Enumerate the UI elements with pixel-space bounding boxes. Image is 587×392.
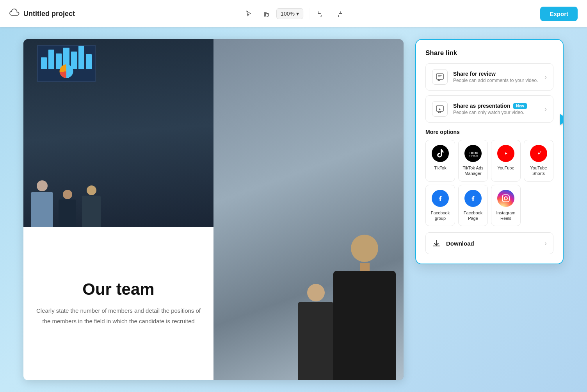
svg-text:TikTok:: TikTok: — [469, 151, 478, 154]
cursor-pointer — [560, 114, 564, 125]
social-item-facebook-group[interactable]: Facebook group — [425, 185, 455, 226]
tiktok-ads-label: TikTok Ads Manager — [462, 165, 484, 176]
fg-person-head — [351, 235, 378, 262]
svg-rect-7 — [502, 195, 509, 202]
share-review-icon — [432, 69, 448, 85]
right-bg — [213, 39, 404, 380]
instagram-icon — [497, 190, 514, 207]
share-review-title: Share for review — [453, 71, 539, 77]
social-item-youtube[interactable]: YouTube — [491, 140, 521, 182]
slide-image — [23, 39, 213, 227]
fg-person-neck — [360, 263, 370, 271]
zoom-chevron: ▾ — [296, 11, 299, 17]
people-row — [23, 180, 213, 227]
slide-desc-text: Clearly state the number of members and … — [33, 305, 204, 326]
fg-person — [333, 235, 396, 380]
person-2-body — [59, 200, 76, 227]
facebook-group-label: Facebook group — [429, 210, 452, 221]
chart-bar-5 — [71, 52, 77, 69]
bg-person-head — [307, 284, 325, 301]
main-area: Our team Clearly state the number of mem… — [0, 27, 587, 392]
share-for-review-card[interactable]: Share for review People can add comments… — [425, 63, 553, 91]
person-3-body — [82, 196, 101, 227]
person-2 — [59, 190, 76, 227]
social-grid-row1: TikTok TikTok: For Business TikTok Ads M… — [425, 140, 553, 182]
hand-tool-button[interactable] — [259, 8, 272, 20]
svg-rect-0 — [436, 74, 443, 79]
download-label: Download — [446, 240, 539, 247]
svg-rect-1 — [436, 106, 443, 111]
slide-main-title: Our team — [82, 280, 154, 298]
social-item-instagram-reels[interactable]: Instagram Reels — [491, 185, 521, 226]
bg-person-body — [298, 302, 333, 380]
share-presentation-card[interactable]: Share as presentation New People can onl… — [425, 95, 553, 123]
tiktok-label: TikTok — [434, 165, 446, 171]
header-center: 100% ▾ — [242, 8, 345, 20]
chart-bar-1 — [41, 57, 47, 69]
export-button[interactable]: Export — [540, 7, 578, 21]
chart-bar-2 — [48, 50, 54, 69]
facebook-group-icon — [432, 190, 449, 207]
cursor-triangle — [560, 114, 564, 125]
zoom-value: 100% — [281, 11, 295, 17]
header: Untitled project 100% ▾ — [0, 0, 587, 27]
download-chevron: › — [544, 239, 547, 248]
fg-person-body — [333, 271, 396, 380]
zoom-selector[interactable]: 100% ▾ — [276, 8, 303, 19]
bg-person — [298, 284, 333, 380]
share-presentation-desc: People can only watch your video. — [453, 110, 539, 115]
share-presentation-chevron: › — [544, 105, 547, 113]
tiktok-icon — [432, 145, 449, 162]
share-panel-title: Share link — [425, 49, 553, 57]
svg-point-8 — [504, 197, 507, 200]
person-3-head — [87, 185, 96, 195]
youtube-icon — [497, 145, 514, 162]
cloud-icon — [9, 8, 20, 19]
person-1-body — [31, 192, 53, 227]
chart-bar-6 — [78, 46, 84, 69]
person-1-head — [37, 180, 48, 191]
person-1 — [31, 180, 53, 227]
share-review-desc: People can add comments to your video. — [453, 78, 539, 83]
undo-button[interactable] — [315, 8, 328, 20]
svg-point-9 — [508, 196, 509, 196]
social-item-tiktok-ads[interactable]: TikTok: For Business TikTok Ads Manager — [458, 140, 488, 182]
share-review-chevron: › — [544, 73, 547, 81]
tiktok-ads-icon: TikTok: For Business — [464, 145, 482, 162]
instagram-reels-label: Instagram Reels — [495, 210, 517, 221]
share-review-text: Share for review People can add comments… — [453, 71, 539, 83]
youtube-label: YouTube — [497, 165, 514, 171]
social-grid-row2: Facebook group Facebook Page — [425, 185, 553, 226]
share-presentation-title: Share as presentation New — [453, 103, 539, 109]
slide-right — [213, 39, 404, 380]
facebook-page-icon — [464, 190, 482, 207]
slide-left: Our team Clearly state the number of mem… — [23, 39, 213, 380]
youtube-shorts-icon — [530, 145, 547, 162]
header-divider — [309, 8, 309, 20]
more-options-title: More options — [425, 129, 553, 135]
chart-bar-7 — [86, 54, 92, 69]
slide-container: Our team Clearly state the number of mem… — [23, 39, 404, 380]
social-item-facebook-page[interactable]: Facebook Page — [458, 185, 488, 226]
svg-text:For Business: For Business — [469, 155, 478, 157]
person-3 — [82, 185, 101, 227]
presentation-screen — [37, 45, 96, 82]
arrow-tool-button[interactable] — [242, 8, 255, 20]
social-item-tiktok[interactable]: TikTok — [425, 140, 455, 182]
slide-text-section: Our team Clearly state the number of mem… — [23, 227, 213, 380]
canvas-area: Our team Clearly state the number of mem… — [23, 39, 404, 380]
facebook-page-label: Facebook Page — [462, 210, 484, 221]
project-title[interactable]: Untitled project — [23, 10, 75, 18]
office-scene — [23, 39, 213, 227]
download-icon — [432, 239, 441, 248]
share-presentation-text: Share as presentation New People can onl… — [453, 103, 539, 115]
download-card[interactable]: Download › — [425, 232, 553, 254]
new-badge: New — [513, 103, 527, 109]
youtube-shorts-label: YouTube Shorts — [527, 165, 550, 176]
share-presentation-icon — [432, 101, 448, 117]
pie-chart — [60, 64, 73, 78]
share-panel: Share link Share for review People can a… — [415, 39, 564, 264]
social-item-youtube-shorts[interactable]: YouTube Shorts — [524, 140, 553, 182]
redo-button[interactable] — [332, 8, 345, 20]
person-2-head — [63, 190, 72, 199]
